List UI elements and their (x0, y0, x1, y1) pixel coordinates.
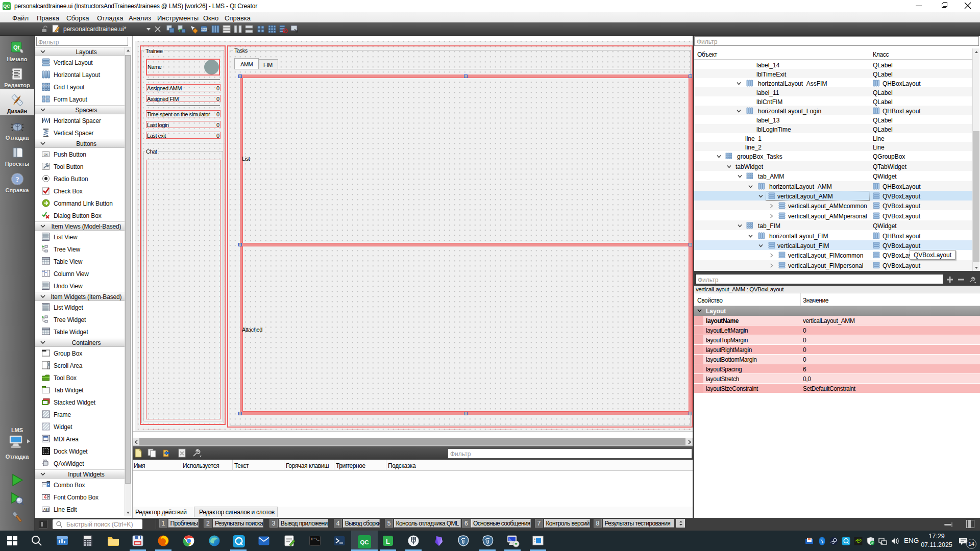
svg-text:AB: AB (43, 508, 48, 511)
svg-text:L: L (386, 538, 390, 545)
svg-text:OK: OK (44, 153, 48, 156)
svg-text:123: 123 (201, 28, 207, 31)
svg-text:Qt: Qt (13, 44, 20, 51)
svg-text:C:\_: C:\_ (311, 537, 320, 541)
svg-text:?: ? (15, 176, 19, 184)
svg-text:QC: QC (360, 539, 369, 545)
